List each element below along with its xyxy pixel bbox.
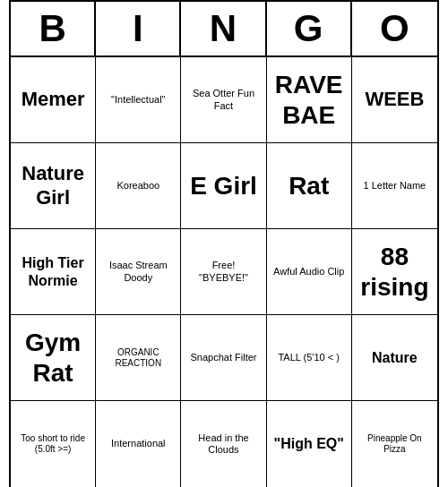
cell-text: Free! "BYEBYE!": [199, 260, 248, 283]
bingo-grid: Memer"Intellectual"Sea Otter Fun FactRAV…: [11, 57, 437, 487]
cell-text: Snapchat Filter: [191, 352, 257, 363]
bingo-cell: Too short to ride (5.0ft >=): [11, 401, 96, 487]
bingo-cell: High Tier Normie: [11, 229, 96, 315]
bingo-cell: RAVE BAE: [267, 57, 352, 143]
bingo-cell: Gym Rat: [11, 315, 96, 401]
cell-text: "High EQ": [274, 435, 344, 452]
bingo-cell: Free! "BYEBYE!": [181, 229, 266, 315]
bingo-header: BINGO: [11, 2, 437, 57]
bingo-cell: International: [96, 401, 181, 487]
bingo-cell: E Girl: [181, 143, 266, 229]
cell-text: TALL (5'10 < ): [278, 352, 339, 363]
cell-text: Pineapple On Pizza: [356, 433, 434, 455]
cell-text: Too short to ride (5.0ft >=): [14, 433, 91, 455]
bingo-cell: Memer: [11, 57, 96, 143]
cell-text: Isaac Stream Doody: [99, 260, 177, 283]
header-letter: B: [11, 2, 96, 56]
cell-text: International: [111, 438, 166, 449]
bingo-cell: Nature Girl: [11, 143, 96, 229]
bingo-cell: "Intellectual": [96, 57, 181, 143]
cell-text: High Tier Normie: [14, 254, 91, 288]
bingo-cell: 88 rising: [352, 229, 437, 315]
cell-text: Head in the Clouds: [185, 432, 262, 456]
cell-text: Nature: [372, 349, 418, 366]
header-letter: I: [96, 2, 181, 56]
bingo-cell: Nature: [352, 315, 437, 401]
bingo-cell: Head in the Clouds: [181, 401, 266, 487]
bingo-cell: TALL (5'10 < ): [267, 315, 352, 401]
bingo-cell: WEEB: [352, 57, 437, 143]
bingo-cell: Awful Audio Clip: [267, 229, 352, 315]
cell-text: Memer: [22, 88, 85, 111]
bingo-cell: Pineapple On Pizza: [352, 401, 437, 487]
cell-text: 1 Letter Name: [364, 180, 426, 192]
cell-text: WEEB: [365, 88, 424, 111]
bingo-cell: Snapchat Filter: [181, 315, 266, 401]
header-letter: O: [352, 2, 437, 56]
bingo-cell: Sea Otter Fun Fact: [181, 57, 266, 143]
bingo-cell: Koreaboo: [96, 143, 181, 229]
cell-text: 88 rising: [356, 242, 434, 302]
header-letter: N: [181, 2, 266, 56]
bingo-cell: Isaac Stream Doody: [96, 229, 181, 315]
cell-text: Gym Rat: [14, 328, 91, 388]
bingo-cell: 1 Letter Name: [352, 143, 437, 229]
bingo-cell: "High EQ": [267, 401, 352, 487]
cell-text: Sea Otter Fun Fact: [185, 88, 262, 111]
cell-text: Awful Audio Clip: [273, 266, 344, 278]
header-letter: G: [267, 2, 352, 56]
cell-text: Koreaboo: [116, 180, 159, 192]
cell-text: Nature Girl: [14, 162, 91, 209]
bingo-cell: Rat: [267, 143, 352, 229]
bingo-cell: ORGANIC REACTION: [96, 315, 181, 401]
cell-text: E Girl: [190, 171, 257, 201]
cell-text: Rat: [289, 171, 329, 201]
cell-text: ORGANIC REACTION: [99, 347, 177, 369]
cell-text: "Intellectual": [111, 94, 165, 106]
cell-text: RAVE BAE: [271, 70, 348, 130]
bingo-card: BINGO Memer"Intellectual"Sea Otter Fun F…: [9, 0, 439, 487]
